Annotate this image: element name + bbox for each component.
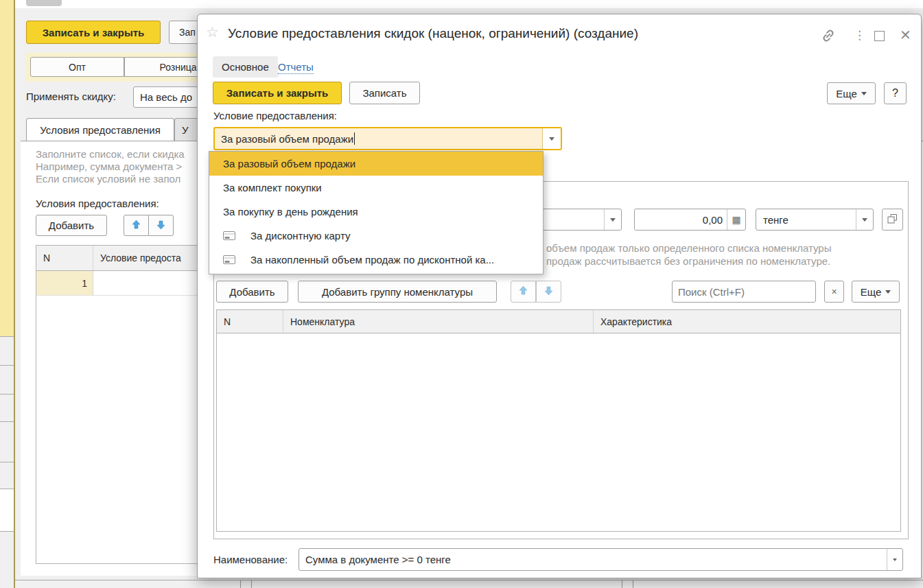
currency-combo-arrow-button[interactable] — [856, 209, 873, 230]
bg-save-close-button[interactable]: Записать и закрыть — [26, 21, 161, 44]
condition-dropdown-popup: За разовый объем продажи За комплект пок… — [209, 151, 544, 274]
arrow-up-icon — [519, 285, 528, 298]
amount-field[interactable]: 0,00 ▦ — [634, 209, 746, 231]
currency-combo[interactable]: тенге — [756, 209, 874, 231]
background-top-strip — [15, 0, 923, 8]
favorite-star-icon[interactable]: ☆ — [206, 24, 219, 40]
save-close-label: Записать и закрыть — [226, 87, 329, 99]
condition-combo[interactable]: За разовый объем продажи — [213, 127, 562, 150]
search-input[interactable] — [672, 281, 816, 303]
name-combo[interactable]: Сумма в документе >= 0 тенге — [299, 548, 903, 571]
nomenclature-more-label: Еще — [861, 286, 882, 298]
nomenclature-move-down-button[interactable] — [536, 281, 561, 303]
calculator-button[interactable]: ▦ — [727, 209, 745, 230]
nomenclature-move-up-button[interactable] — [511, 281, 536, 303]
left-rail-segment[interactable] — [0, 421, 14, 462]
add-group-label: Добавить группу номенклатуры — [322, 286, 473, 298]
bg-move-down-button[interactable] — [148, 215, 174, 236]
left-rail-segment[interactable] — [0, 394, 14, 422]
column-n[interactable]: N — [217, 310, 283, 333]
group-hint-line: объем продаж только определенного списка… — [546, 242, 831, 254]
tab-main[interactable]: Основное — [213, 56, 278, 78]
bg-table-col-n[interactable]: N — [36, 246, 93, 270]
bg-save-close-label: Записать и закрыть — [43, 27, 145, 38]
name-combo-arrow-button[interactable] — [887, 549, 902, 570]
dropdown-item[interactable]: За накопленный объем продаж по дисконтно… — [209, 248, 543, 272]
nomenclature-table-body[interactable] — [217, 333, 900, 530]
dropdown-item[interactable]: За разовый объем продажи — [209, 152, 543, 176]
help-label: ? — [892, 87, 898, 99]
tab-reports-label: Отчеты — [278, 61, 314, 73]
maximize-icon[interactable] — [874, 31, 885, 41]
more-label: Еще — [836, 88, 857, 99]
column-characteristic[interactable]: Характеристика — [594, 310, 900, 333]
amount-value: 0,00 — [703, 214, 727, 226]
bg-add-label: Добавить — [49, 220, 94, 231]
dropdown-item[interactable]: За дисконтную карту — [209, 224, 543, 248]
bg-add-button[interactable]: Добавить — [36, 215, 107, 236]
nomenclature-add-button[interactable]: Добавить — [216, 281, 288, 303]
save-button[interactable]: Записать — [349, 82, 420, 104]
condition-combo-arrow-button[interactable] — [542, 128, 561, 149]
add-group-button[interactable]: Добавить группу номенклатуры — [298, 281, 497, 303]
screen: Записать и закрыть Зап Опт Розница Приме… — [0, 0, 923, 588]
more-button[interactable]: Еще — [827, 82, 876, 104]
search-clear-button[interactable]: × — [824, 281, 844, 303]
calculator-icon: ▦ — [732, 214, 740, 225]
name-label: Наименование: — [213, 554, 288, 565]
bg-row-number: 1 — [82, 278, 87, 289]
column-nomenclature[interactable]: Номенклатура — [283, 310, 594, 333]
bg-segment-retail-label: Розница — [159, 62, 196, 73]
bg-segment-opt[interactable]: Опт — [30, 57, 124, 77]
bg-apply-discount-value: На весь до — [140, 91, 192, 103]
nomenclature-more-button[interactable]: Еще — [852, 281, 900, 303]
discount-card-icon — [223, 231, 235, 240]
bg-hint-line: Например, сумма документа > — [36, 161, 182, 172]
open-currency-button[interactable] — [882, 209, 903, 231]
bg-conditions-label: Условия предоставления: — [36, 198, 159, 209]
bg-splitter[interactable] — [251, 580, 252, 588]
dropdown-item[interactable]: За комплект покупки — [209, 176, 543, 200]
background-partial-tab[interactable] — [26, 0, 62, 6]
bg-splitter[interactable] — [633, 580, 633, 588]
kebab-menu-icon[interactable]: ⋮ — [854, 28, 865, 43]
bg-tab-conditions[interactable]: Условия предоставления — [26, 118, 174, 141]
left-rail-segment[interactable] — [0, 336, 14, 366]
close-icon[interactable]: ✕ — [900, 27, 911, 43]
bg-move-up-button[interactable] — [124, 215, 149, 236]
dropdown-item-label: За накопленный объем продаж по дисконтно… — [250, 254, 494, 266]
chevron-down-icon — [861, 92, 867, 95]
dropdown-item-label: За комплект покупки — [223, 182, 322, 193]
link-icon[interactable] — [821, 28, 836, 45]
nomenclature-add-label: Добавить — [229, 286, 274, 298]
save-close-button[interactable]: Записать и закрыть — [213, 82, 342, 104]
text-caret — [354, 132, 355, 145]
bg-save-label: Зап — [179, 27, 196, 38]
bg-table-row-n-cell[interactable]: 1 — [36, 271, 93, 295]
discount-card-icon — [223, 255, 235, 264]
nomenclature-table: N Номенклатура Характеристика — [216, 309, 901, 532]
bg-hint-line: Заполните список, если скидка — [36, 148, 185, 160]
left-rail — [0, 0, 15, 588]
help-button[interactable]: ? — [884, 82, 907, 104]
clear-icon: × — [831, 286, 837, 297]
save-label: Записать — [362, 87, 406, 99]
left-rail-segment[interactable] — [0, 462, 14, 489]
bg-splitter[interactable] — [240, 580, 241, 588]
left-rail-segment[interactable] — [0, 531, 14, 588]
bg-splitter[interactable] — [622, 580, 622, 588]
bg-hint-line: Если список условий не запол — [36, 173, 180, 185]
param-combo-arrow-button[interactable] — [604, 209, 621, 230]
bg-tab-second-label: У — [182, 124, 189, 136]
tab-reports[interactable]: Отчеты — [278, 61, 314, 74]
arrow-down-icon — [156, 220, 165, 232]
bg-bottom-strip — [15, 580, 923, 588]
dropdown-item-label: За дисконтную карту — [250, 230, 350, 242]
left-rail-segment[interactable] — [0, 365, 14, 395]
dropdown-item-label: За разовый объем продажи — [223, 158, 355, 169]
nomenclature-table-header: N Номенклатура Характеристика — [217, 310, 900, 333]
dropdown-item[interactable]: За покупку в день рождения — [209, 200, 543, 224]
dropdown-item-label: За покупку в день рождения — [223, 206, 358, 217]
left-rail-yellow-segment[interactable] — [0, 0, 14, 336]
left-rail-segment-active[interactable] — [0, 489, 14, 532]
